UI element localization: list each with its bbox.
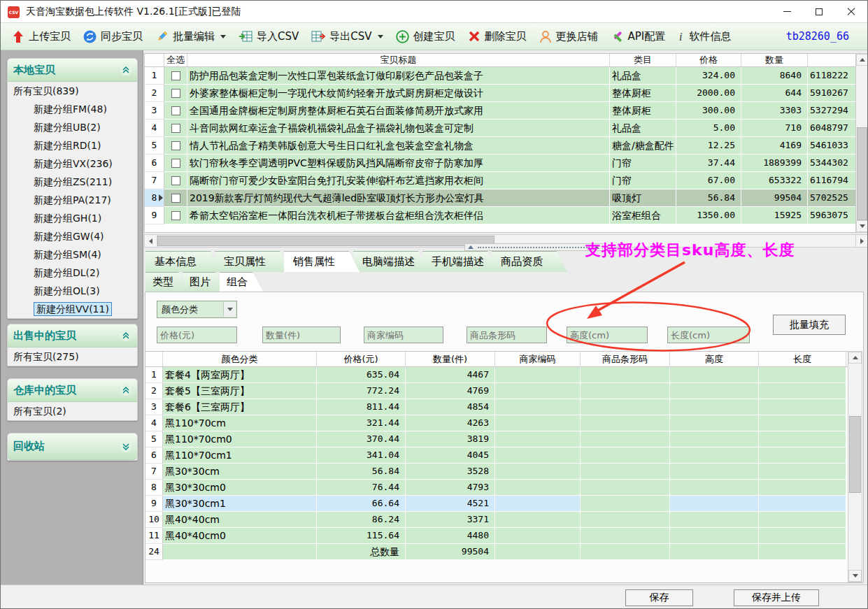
scroll-down-icon[interactable] [856, 220, 868, 232]
detail-subtab[interactable]: 图片 [183, 272, 226, 292]
sidebar-group-item[interactable]: 新建分组FM(48) [8, 100, 137, 118]
variant-column-header[interactable]: 颜色分类 [163, 352, 317, 366]
sidebar-group-item[interactable]: 新建分组GH(1) [8, 209, 137, 227]
scrollbar-thumb[interactable] [857, 127, 867, 220]
sidebar-group-item[interactable]: 新建分组PA(217) [8, 191, 137, 209]
row-checkbox[interactable] [171, 106, 180, 115]
item-row[interactable]: 7 隔断帘门帘可爱少女卧室阳台免打孔安装伸缩杆布艺遮挡家用衣柜间 门帘 67.0… [145, 172, 855, 189]
sku-seller-code-input[interactable] [364, 327, 443, 343]
quantity-column-header[interactable]: 数量 [741, 54, 808, 66]
row-checkbox[interactable] [171, 176, 180, 185]
export-csv-button[interactable]: 导出CSV [306, 27, 388, 46]
item-row[interactable]: 6 软门帘秋冬季空调透明PVC塑料保暖防风挡风隔断帘皮帘子防寒加厚 门帘 37.… [145, 155, 855, 172]
maximize-button[interactable] [803, 1, 835, 22]
sidebar-group-item[interactable]: 新建分组DL(2) [8, 264, 137, 282]
detail-tab[interactable]: 手机端描述 [422, 251, 498, 272]
account-id[interactable]: tb28260_66 [786, 30, 849, 43]
collapse-up-icon[interactable] [120, 330, 131, 341]
sidebar-group-item[interactable]: 新建分组RD(1) [8, 136, 137, 155]
row-checkbox[interactable] [171, 211, 180, 220]
sidebar-group-item[interactable]: 新建分组UB(2) [8, 118, 137, 136]
sidebar-group-item[interactable]: 新建分组VV(11) [8, 300, 137, 318]
scroll-right-icon[interactable] [855, 235, 868, 247]
detail-tab[interactable]: 基本信息 [145, 251, 221, 272]
length-column-header[interactable]: 长度 [759, 352, 846, 366]
detail-subtab[interactable]: 类型 [145, 272, 189, 292]
row-checkbox[interactable] [171, 194, 180, 203]
title-column-header[interactable]: 宝贝标题 [187, 54, 610, 66]
category-column-header[interactable]: 类目 [610, 54, 676, 66]
sku-table-scrollbar[interactable] [848, 351, 862, 582]
item-row[interactable]: 2 外婆家整体橱柜定制一字现代木纹简约轻奢开放式厨房厨柜定做设计 整体厨柜 20… [145, 85, 855, 102]
sku-row[interactable]: 8 黑30*30cm0 76.44 4793 [145, 480, 848, 496]
price-column-header[interactable]: 价格 [676, 54, 741, 66]
panel-selling-header[interactable]: 出售中的宝贝 [8, 324, 137, 348]
select-all-header[interactable]: 全选 [164, 54, 187, 66]
detail-tab[interactable]: 商品资质 [492, 251, 567, 272]
sku-row[interactable]: 9 黑30*30cm1 66.64 4521 [145, 496, 848, 512]
sidebar-group-item[interactable]: 新建分组GW(4) [8, 227, 137, 245]
sku-price-input[interactable] [157, 327, 237, 343]
sync-items-button[interactable]: 同步宝贝 [78, 27, 148, 46]
sidebar-group-item[interactable]: 所有宝贝(2) [8, 402, 137, 420]
panel-local-header[interactable]: 本地宝贝 [8, 59, 137, 82]
row-checkbox[interactable] [171, 71, 180, 80]
sidebar-group-item[interactable]: 所有宝贝(839) [8, 82, 137, 100]
seller-code-column-header[interactable]: 商家编码 [495, 352, 581, 366]
item-row[interactable]: 4 斗音同款网红幸运盒子福袋机福袋礼品盒子福袋礼物包装盒可定制 礼品盒 5.00… [145, 120, 855, 137]
upload-items-button[interactable]: 上传宝贝 [6, 27, 76, 46]
sidebar-group-item[interactable]: 新建分组OL(3) [8, 282, 137, 300]
scroll-down-icon[interactable] [848, 570, 862, 582]
sku-row[interactable]: 10 黑40*40cm 86.24 3371 [145, 512, 848, 528]
expand-down-icon[interactable] [120, 441, 131, 452]
sku-row[interactable]: 3 套餐6【三室两厅】 811.44 4854 [145, 399, 848, 415]
scroll-left-icon[interactable] [145, 235, 157, 247]
collapse-up-icon[interactable] [120, 385, 131, 396]
scrollbar-thumb[interactable] [157, 236, 495, 246]
save-button[interactable]: 保存 [625, 589, 693, 606]
batch-fill-button[interactable]: 批量填充 [773, 315, 846, 335]
items-table-scrollbar[interactable] [855, 53, 868, 233]
create-item-button[interactable]: 创建宝贝 [390, 27, 461, 46]
panel-splitter[interactable] [464, 243, 603, 251]
sku-length-input[interactable] [667, 327, 750, 343]
panel-recycle-header[interactable]: 回收站 [8, 434, 137, 460]
close-button[interactable] [835, 1, 867, 22]
sidebar-group-item[interactable]: 新建分组SM(4) [8, 245, 137, 264]
scroll-up-icon[interactable] [848, 352, 862, 364]
save-and-upload-button[interactable]: 保存并上传 [734, 589, 819, 606]
price-column-header[interactable]: 价格(元) [317, 352, 406, 366]
height-column-header[interactable]: 高度 [670, 352, 759, 366]
change-shop-button[interactable]: 更换店铺 [534, 27, 604, 46]
collapse-up-icon[interactable] [120, 64, 131, 76]
item-row[interactable]: 9 希箭太空铝浴室柜一体阳台洗衣机柜子带搓板台盆柜组合洗衣柜伴侣 浴室柜组合 1… [145, 207, 855, 224]
variant-type-select[interactable]: 颜色分类 [157, 301, 237, 318]
minimize-button[interactable] [771, 1, 803, 22]
sidebar-group-item[interactable]: 新建分组ZS(211) [8, 173, 137, 191]
import-csv-button[interactable]: 导入CSV [233, 27, 304, 46]
row-checkbox[interactable] [171, 141, 180, 150]
quantity-column-header[interactable]: 数量(件) [406, 352, 495, 366]
sku-row[interactable]: 11 黑40*40cm0 115.64 4480 [145, 528, 848, 544]
sidebar-group-item[interactable]: 新建分组VX(236) [8, 155, 137, 173]
batch-edit-button[interactable]: 批量编辑 [150, 27, 232, 46]
panel-stock-header[interactable]: 仓库中的宝贝 [8, 379, 137, 402]
barcode-column-header[interactable]: 商品条形码 [581, 352, 670, 366]
sku-height-input[interactable] [567, 327, 648, 343]
item-row[interactable]: 8 2019新款客厅灯简约现代大气超薄led卧室吸顶灯长方形办公室灯具 吸顶灯 … [145, 189, 855, 207]
item-row[interactable]: 5 情人节礼品盒子精美韩版创意大号生日口红礼盒包装盒空盒礼物盒 糖盒/糖盒配件 … [145, 137, 855, 155]
row-checkbox[interactable] [171, 89, 180, 98]
scroll-up-icon[interactable] [856, 54, 868, 66]
sidebar-group-item[interactable]: 所有宝贝(275) [8, 348, 137, 366]
detail-tab[interactable]: 销售属性 [284, 251, 360, 272]
sku-barcode-input[interactable] [467, 327, 547, 343]
sku-quantity-input[interactable] [262, 327, 341, 343]
item-row[interactable]: 1 防护用品包装盒定制一次性口罩包装纸盒订做印刷彩色产品包装盒子 礼品盒 324… [145, 67, 855, 85]
item-row[interactable]: 3 全国通用金牌橱柜定制厨房整体厨柜石英石台面装修简易开放式家用 整体厨柜 30… [145, 102, 855, 120]
detail-subtab[interactable]: 组合 [220, 272, 263, 292]
sku-row[interactable]: 4 黑110*70cm 321.44 4263 [145, 415, 848, 431]
scrollbar-thumb[interactable] [849, 416, 861, 493]
detail-tab[interactable]: 宝贝属性 [215, 251, 290, 272]
row-checkbox[interactable] [171, 159, 180, 168]
delete-item-button[interactable]: 删除宝贝 [462, 27, 532, 46]
